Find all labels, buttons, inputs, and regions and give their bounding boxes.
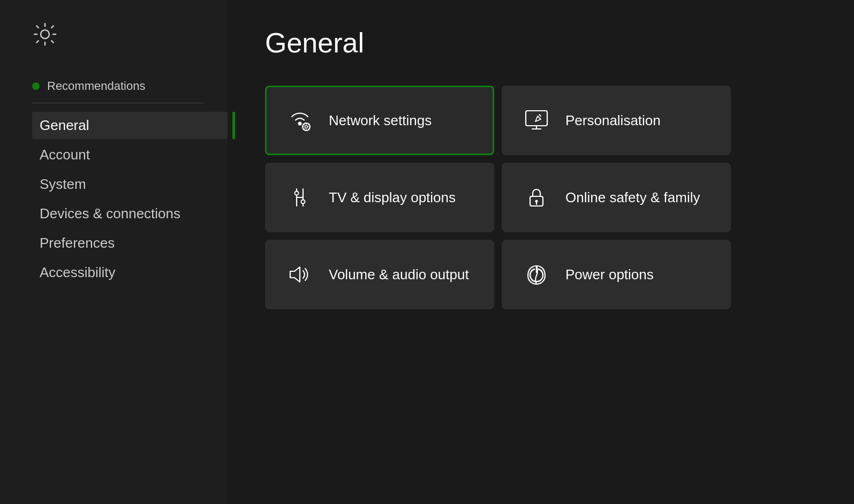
tv-display-tile[interactable]: TV & display options xyxy=(265,163,494,232)
power-options-tile[interactable]: Power options xyxy=(502,240,731,309)
sidebar-item-account[interactable]: Account xyxy=(32,141,228,169)
settings-grid: Network settings Personalisation xyxy=(265,86,731,309)
sidebar-item-accessibility[interactable]: Accessibility xyxy=(32,259,228,286)
svg-point-8 xyxy=(295,192,299,195)
svg-point-9 xyxy=(301,200,305,204)
online-safety-icon xyxy=(523,184,550,211)
tv-display-label: TV & display options xyxy=(329,189,456,206)
personalisation-tile[interactable]: Personalisation xyxy=(502,86,731,155)
power-options-label: Power options xyxy=(565,266,654,283)
svg-point-0 xyxy=(41,30,49,39)
sidebar-item-preferences[interactable]: Preferences xyxy=(32,230,228,257)
recommendations-item[interactable]: Recommendations xyxy=(32,79,228,93)
personalisation-label: Personalisation xyxy=(565,112,661,129)
network-settings-label: Network settings xyxy=(329,112,432,129)
sidebar-item-devices[interactable]: Devices & connections xyxy=(32,200,228,227)
gear-icon xyxy=(32,21,58,47)
sidebar-nav: General Account System Devices & connect… xyxy=(32,112,228,286)
volume-audio-label: Volume & audio output xyxy=(329,266,469,283)
online-safety-label: Online safety & family xyxy=(565,189,700,206)
svg-point-1 xyxy=(298,122,302,126)
main-content: General Network settings xyxy=(228,0,854,504)
online-indicator xyxy=(32,82,40,90)
power-options-icon xyxy=(523,261,550,288)
volume-audio-tile[interactable]: Volume & audio output xyxy=(265,240,494,309)
svg-marker-13 xyxy=(290,267,300,282)
volume-audio-icon xyxy=(286,261,314,288)
network-settings-icon xyxy=(286,106,314,134)
sidebar-item-general[interactable]: General xyxy=(32,112,228,139)
page-title: General xyxy=(265,27,817,59)
personalisation-icon xyxy=(523,106,550,134)
network-settings-tile[interactable]: Network settings xyxy=(265,86,494,155)
sidebar: Recommendations General Account System D… xyxy=(0,0,228,504)
recommendations-label: Recommendations xyxy=(47,79,145,93)
tv-display-icon xyxy=(286,184,314,211)
sidebar-item-system[interactable]: System xyxy=(32,171,228,198)
online-safety-tile[interactable]: Online safety & family xyxy=(502,163,731,232)
sidebar-divider xyxy=(32,103,203,103)
